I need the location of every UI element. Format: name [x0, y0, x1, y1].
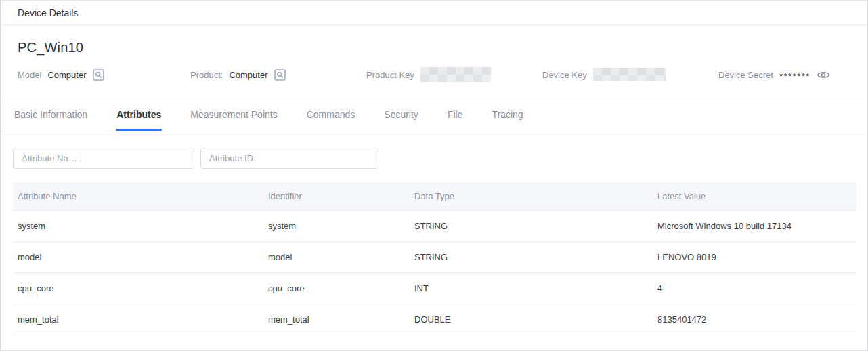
eye-icon[interactable]	[817, 70, 830, 80]
tab-file[interactable]: File	[448, 98, 463, 131]
cell-latest-value: LENOVO 8019	[653, 241, 856, 272]
page-header: Device Details	[1, 1, 867, 25]
cell-identifier: system	[263, 210, 410, 241]
meta-product-key: Product Key	[366, 67, 542, 82]
tab-measurement-points[interactable]: Measurement Points	[190, 98, 277, 131]
view-model-icon[interactable]	[93, 69, 104, 81]
cell-data-type: STRING	[410, 241, 653, 272]
table-row: system system STRING Microsoft Windows 1…	[13, 210, 856, 241]
tab-security[interactable]: Security	[384, 98, 418, 131]
tab-basic-information[interactable]: Basic Information	[14, 98, 87, 131]
product-key-label: Product Key	[366, 70, 414, 80]
device-details-page: Device Details PC_Win10 Model Computer P…	[0, 0, 868, 351]
product-value: Computer	[229, 70, 267, 80]
cell-data-type: STRING	[410, 210, 653, 241]
tab-attributes[interactable]: Attributes	[116, 98, 161, 131]
device-summary: PC_Win10 Model Computer Product: Compute…	[1, 25, 867, 83]
meta-device-key: Device Key	[542, 68, 718, 81]
device-key-label: Device Key	[542, 70, 587, 80]
attribute-name-filter-input[interactable]	[13, 148, 194, 169]
column-header-latest-value: Latest Value	[653, 182, 856, 210]
table-row: model model STRING LENOVO 8019	[13, 241, 856, 272]
cell-data-type: DOUBLE	[410, 304, 653, 335]
attribute-filters	[13, 148, 867, 169]
device-name: PC_Win10	[18, 40, 850, 56]
cell-latest-value: 8135401472	[653, 304, 856, 335]
device-secret-masked-value: *******	[779, 71, 810, 81]
cell-attribute-name: mem_total	[13, 304, 263, 335]
cell-identifier: mem_total	[263, 304, 410, 335]
cell-data-type: INT	[410, 272, 653, 304]
device-secret-label: Device Secret	[718, 70, 773, 80]
product-key-redacted-value	[420, 67, 491, 82]
cell-attribute-name: cpu_core	[13, 272, 263, 304]
table-row: mem_total mem_total DOUBLE 8135401472	[13, 304, 856, 335]
cell-identifier: cpu_core	[263, 272, 410, 304]
device-meta-row: Model Computer Product: Computer	[18, 66, 850, 83]
tab-commands[interactable]: Commands	[307, 98, 355, 131]
cell-identifier: model	[263, 241, 410, 272]
meta-product: Product: Computer	[190, 69, 366, 81]
cell-latest-value: Microsoft Windows 10 build 17134	[653, 210, 856, 241]
tab-bar: Basic Information Attributes Measurement…	[1, 98, 867, 131]
page-title: Device Details	[18, 7, 78, 18]
product-label: Product:	[190, 70, 223, 80]
model-label: Model	[18, 70, 41, 80]
view-product-icon[interactable]	[274, 69, 286, 81]
column-header-data-type: Data Type	[410, 182, 653, 210]
column-header-attribute-name: Attribute Name	[13, 182, 263, 210]
cell-attribute-name: system	[13, 210, 263, 241]
table-row: cpu_core cpu_core INT 4	[13, 272, 856, 304]
cell-attribute-name: model	[13, 241, 263, 272]
model-value: Computer	[47, 70, 86, 80]
meta-device-secret: Device Secret *******	[718, 70, 850, 80]
column-header-identifier: Identifier	[263, 182, 410, 210]
device-key-redacted-value	[593, 68, 666, 81]
attributes-table: Attribute Name Identifier Data Type Late…	[13, 182, 856, 335]
tab-tracing[interactable]: Tracing	[492, 98, 523, 131]
meta-model: Model Computer	[18, 69, 190, 81]
cell-latest-value: 4	[653, 272, 856, 304]
table-header-row: Attribute Name Identifier Data Type Late…	[13, 182, 856, 210]
attribute-id-filter-input[interactable]	[200, 148, 378, 169]
